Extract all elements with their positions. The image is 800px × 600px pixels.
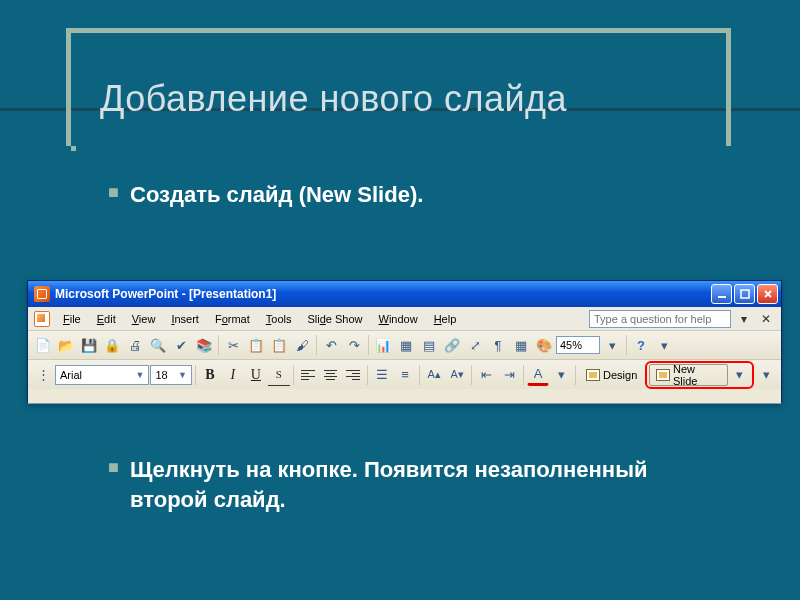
new-slide-label: New Slide — [673, 363, 721, 387]
help-dropdown-icon[interactable]: ▾ — [737, 312, 751, 326]
design-icon — [586, 369, 600, 381]
design-label: Design — [603, 369, 637, 381]
dropdown-icon: ▼ — [178, 370, 187, 380]
align-center-button[interactable] — [320, 364, 342, 386]
table-icon[interactable]: ▦ — [395, 334, 417, 356]
format-painter-icon[interactable]: 🖌 — [291, 334, 313, 356]
font-size-combo[interactable]: 18 ▼ — [150, 365, 191, 385]
new-slide-button[interactable]: New Slide — [649, 364, 728, 386]
new-slide-icon — [656, 369, 670, 381]
bullet-item: ■ Щелкнуть на кнопке. Появится незаполне… — [130, 455, 690, 514]
toolbar-options-icon[interactable]: ▾ — [653, 334, 675, 356]
menu-window[interactable]: Window — [372, 311, 425, 327]
window-title: Microsoft PowerPoint - [Presentation1] — [55, 287, 276, 301]
tables-borders-icon[interactable]: ▤ — [418, 334, 440, 356]
svg-rect-1 — [741, 290, 749, 298]
separator — [316, 335, 317, 355]
close-button[interactable] — [757, 284, 778, 304]
formatting-toolbar: ⋮ Arial ▼ 18 ▼ B I U S ☰ ≡ A▴ A▾ ⇤ ⇥ A ▾ — [28, 360, 781, 389]
shadow-button[interactable]: S — [268, 364, 290, 386]
separator — [523, 365, 524, 385]
separator — [293, 365, 294, 385]
decrease-indent-icon[interactable]: ⇤ — [475, 364, 497, 386]
preview-icon[interactable]: 🔍 — [147, 334, 169, 356]
print-icon[interactable]: 🖨 — [124, 334, 146, 356]
show-formatting-icon[interactable]: ¶ — [487, 334, 509, 356]
titlebar: Microsoft PowerPoint - [Presentation1] — [28, 281, 781, 307]
menu-insert[interactable]: Insert — [164, 311, 206, 327]
separator — [471, 365, 472, 385]
new-slide-callout: New Slide ▾ — [645, 361, 754, 389]
save-icon[interactable]: 💾 — [78, 334, 100, 356]
dropdown-icon: ▼ — [136, 370, 145, 380]
standard-toolbar: 📄 📂 💾 🔒 🖨 🔍 ✔ 📚 ✂ 📋 📋 🖌 ↶ ↷ 📊 ▦ ▤ 🔗 ⤢ ¶ … — [28, 331, 781, 360]
grid-icon[interactable]: ▦ — [510, 334, 532, 356]
bold-button[interactable]: B — [199, 364, 221, 386]
color-icon[interactable]: 🎨 — [533, 334, 555, 356]
separator — [575, 365, 576, 385]
hyperlink-icon[interactable]: 🔗 — [441, 334, 463, 356]
svg-rect-0 — [718, 296, 726, 298]
powerpoint-window: Microsoft PowerPoint - [Presentation1] F… — [27, 280, 782, 404]
maximize-button[interactable] — [734, 284, 755, 304]
permission-icon[interactable]: 🔒 — [101, 334, 123, 356]
font-color-icon[interactable]: A — [527, 364, 549, 386]
chart-icon[interactable]: 📊 — [372, 334, 394, 356]
help-search-input[interactable] — [589, 310, 731, 328]
cut-icon[interactable]: ✂ — [222, 334, 244, 356]
spellcheck-icon[interactable]: ✔ — [170, 334, 192, 356]
doc-close-button[interactable]: ✕ — [757, 312, 775, 326]
increase-indent-icon[interactable]: ⇥ — [498, 364, 520, 386]
new-slide-dropdown-icon[interactable]: ▾ — [728, 364, 750, 386]
design-button[interactable]: Design — [579, 364, 644, 386]
menu-edit[interactable]: Edit — [90, 311, 123, 327]
help-icon[interactable]: ? — [630, 334, 652, 356]
font-combo[interactable]: Arial ▼ — [55, 365, 149, 385]
bullet-icon: ■ — [108, 182, 119, 203]
separator — [626, 335, 627, 355]
redo-icon[interactable]: ↷ — [343, 334, 365, 356]
bullet-text: Создать слайд (New Slide). — [130, 180, 423, 210]
new-icon[interactable]: 📄 — [32, 334, 54, 356]
menu-format[interactable]: Format — [208, 311, 257, 327]
font-color-dropdown-icon[interactable]: ▾ — [550, 364, 572, 386]
separator — [368, 335, 369, 355]
separator — [195, 365, 196, 385]
document-icon[interactable] — [34, 311, 50, 327]
minimize-button[interactable] — [711, 284, 732, 304]
bullet-item: ■ Создать слайд (New Slide). — [130, 180, 423, 210]
menu-file[interactable]: File — [56, 311, 88, 327]
undo-icon[interactable]: ↶ — [320, 334, 342, 356]
powerpoint-icon — [34, 286, 50, 302]
bullet-icon: ■ — [108, 457, 119, 478]
separator — [218, 335, 219, 355]
toolbar-options-icon[interactable]: ▾ — [755, 364, 777, 386]
align-left-button[interactable] — [297, 364, 319, 386]
separator — [367, 365, 368, 385]
research-icon[interactable]: 📚 — [193, 334, 215, 356]
bullets-icon[interactable]: ≡ — [394, 364, 416, 386]
toolbar-grip-icon[interactable]: ⋮ — [32, 364, 54, 386]
bullet-text: Щелкнуть на кнопке. Появится незаполненн… — [130, 455, 690, 514]
menu-slideshow[interactable]: Slide Show — [300, 311, 369, 327]
increase-font-icon[interactable]: A▴ — [423, 364, 445, 386]
separator — [419, 365, 420, 385]
underline-button[interactable]: U — [245, 364, 267, 386]
zoom-dropdown-icon[interactable]: ▾ — [601, 334, 623, 356]
italic-button[interactable]: I — [222, 364, 244, 386]
zoom-combo[interactable] — [556, 336, 600, 354]
expand-icon[interactable]: ⤢ — [464, 334, 486, 356]
copy-icon[interactable]: 📋 — [245, 334, 267, 356]
menubar: File Edit View Insert Format Tools Slide… — [28, 307, 781, 331]
menu-view[interactable]: View — [125, 311, 163, 327]
open-icon[interactable]: 📂 — [55, 334, 77, 356]
numbering-icon[interactable]: ☰ — [371, 364, 393, 386]
align-right-button[interactable] — [342, 364, 364, 386]
paste-icon[interactable]: 📋 — [268, 334, 290, 356]
slide-title: Добавление нового слайда — [100, 78, 567, 120]
decrease-font-icon[interactable]: A▾ — [446, 364, 468, 386]
menu-tools[interactable]: Tools — [259, 311, 299, 327]
font-name: Arial — [60, 369, 82, 381]
font-size: 18 — [155, 369, 167, 381]
menu-help[interactable]: Help — [427, 311, 464, 327]
